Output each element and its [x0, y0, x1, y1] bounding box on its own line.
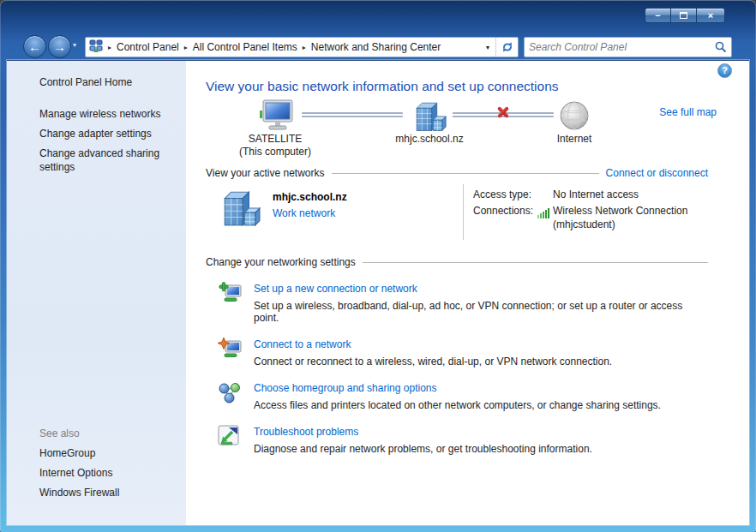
network-sharing-center-icon [89, 39, 103, 56]
new-connection-icon [218, 281, 243, 324]
task-troubleshoot-problems[interactable]: Troubleshoot problems Diagnose and repai… [206, 423, 708, 455]
maximize-icon [680, 12, 687, 19]
task-description: Diagnose and repair network problems, or… [254, 443, 592, 455]
sidebar-item-internet-options[interactable]: Internet Options [39, 466, 175, 480]
search-icon[interactable] [715, 41, 727, 53]
wireless-signal-icon [537, 206, 550, 222]
maximize-button[interactable] [670, 8, 696, 23]
recent-pages-dropdown[interactable]: ▾ [73, 41, 76, 49]
work-network-link[interactable]: Work network [273, 207, 335, 219]
forward-button[interactable]: → [48, 35, 71, 58]
breadcrumb-control-panel[interactable]: Control Panel [117, 41, 179, 53]
map-connection-line [302, 112, 403, 117]
main-panel: View your basic network information and … [186, 61, 749, 525]
address-bar[interactable]: ▸ Control Panel ▸ All Control Panel Item… [85, 37, 519, 57]
troubleshoot-icon [218, 424, 243, 455]
see-full-map-link[interactable]: See full map [659, 106, 717, 118]
refresh-icon [501, 41, 513, 53]
separator [363, 262, 708, 263]
breadcrumb-network-sharing[interactable]: Network and Sharing Center [311, 41, 441, 53]
breadcrumb-all-items[interactable]: All Control Panel Items [193, 41, 297, 53]
minimize-button[interactable]: − [645, 8, 670, 23]
search-input[interactable] [529, 41, 715, 53]
refresh-button[interactable] [495, 38, 518, 57]
help-button[interactable]: ? [717, 63, 732, 78]
map-internet-label: Internet [531, 133, 617, 146]
sidebar-item-control-panel-home[interactable]: Control Panel Home [39, 75, 175, 89]
page-title: View your basic network information and … [206, 79, 559, 94]
active-network-name: mhjc.school.nz [273, 191, 347, 203]
task-title-link[interactable]: Troubleshoot problems [254, 426, 358, 438]
network-buildings-icon[interactable] [411, 99, 447, 136]
active-network-item: mhjc.school.nz Work network Access type:… [206, 183, 708, 243]
task-title-link[interactable]: Choose homegroup and sharing options [254, 382, 436, 394]
network-sharing-center-window: − × ← → ▾ ▸ Control Panel ▸ All Control … [0, 0, 756, 532]
settings-section-label: Change your networking settings [206, 256, 356, 268]
homegroup-icon [218, 380, 243, 411]
search-box [524, 37, 732, 57]
see-also-label: See also [39, 427, 175, 440]
back-arrow-icon: ← [28, 39, 41, 54]
sidebar-item-homegroup[interactable]: HomeGroup [39, 446, 175, 460]
active-networks-label: View your active networks [206, 167, 325, 179]
task-description: Access files and printers located on oth… [254, 399, 661, 411]
content-area: Control Panel Home Manage wireless netwo… [7, 60, 749, 525]
close-button[interactable]: × [696, 8, 725, 23]
close-icon: × [708, 10, 713, 21]
settings-header: Change your networking settings [206, 256, 708, 268]
networking-settings-section: Change your networking settings [206, 256, 708, 455]
breadcrumb-separator-icon: ▸ [303, 44, 306, 51]
breadcrumb-separator-icon: ▸ [108, 44, 111, 51]
breadcrumb: ▸ Control Panel ▸ All Control Panel Item… [86, 38, 495, 57]
sidebar-item-change-adapter[interactable]: Change adapter settings [39, 127, 175, 140]
internet-globe-icon[interactable] [559, 100, 590, 134]
connect-network-icon [218, 337, 243, 368]
task-description: Connect or reconnect to a wireless, wire… [254, 356, 612, 368]
task-title-link[interactable]: Set up a new connection or network [254, 283, 417, 295]
minimize-icon: − [655, 10, 660, 21]
window-controls: − × [645, 8, 725, 23]
task-title-link[interactable]: Connect to a network [254, 338, 351, 350]
sidebar: Control Panel Home Manage wireless netwo… [7, 61, 186, 525]
computer-sub-label: (This computer) [218, 146, 333, 158]
no-connection-x-icon[interactable] [495, 105, 511, 120]
wireless-connection-link-ssid[interactable]: (mhjcstudent) [553, 218, 615, 230]
separator [463, 184, 464, 240]
back-button[interactable]: ← [23, 35, 46, 58]
connect-or-disconnect-link[interactable]: Connect or disconnect [606, 167, 708, 179]
task-description: Set up a wireless, broadband, dial-up, a… [254, 300, 708, 324]
forward-arrow-icon: → [53, 39, 66, 54]
separator [332, 173, 599, 174]
task-setup-new-connection[interactable]: Set up a new connection or network Set u… [206, 280, 708, 324]
sidebar-item-manage-wireless[interactable]: Manage wireless networks [39, 107, 175, 121]
sidebar-item-windows-firewall[interactable]: Windows Firewall [39, 486, 175, 499]
help-icon: ? [722, 65, 728, 75]
access-type-label: Access type: [473, 188, 531, 200]
task-homegroup-sharing[interactable]: Choose homegroup and sharing options Acc… [206, 380, 708, 411]
breadcrumb-separator-icon: ▸ [184, 44, 188, 51]
work-network-buildings-icon[interactable] [219, 185, 261, 233]
computer-name-label: SATELLITE [218, 133, 333, 146]
access-type-value: No Internet access [553, 188, 639, 200]
connections-label: Connections: [473, 205, 533, 217]
wireless-connection-link[interactable]: Wireless Network Connection [553, 205, 687, 217]
address-dropdown-icon[interactable]: ▾ [486, 44, 489, 51]
this-computer-icon[interactable] [257, 99, 295, 136]
active-networks-header: View your active networks Connect or dis… [206, 167, 708, 179]
task-connect-to-network[interactable]: Connect to a network Connect or reconnec… [206, 336, 708, 368]
sidebar-item-advanced-sharing[interactable]: Change advanced sharing settings [39, 146, 175, 174]
map-network-label: mhjc.school.nz [367, 133, 492, 146]
